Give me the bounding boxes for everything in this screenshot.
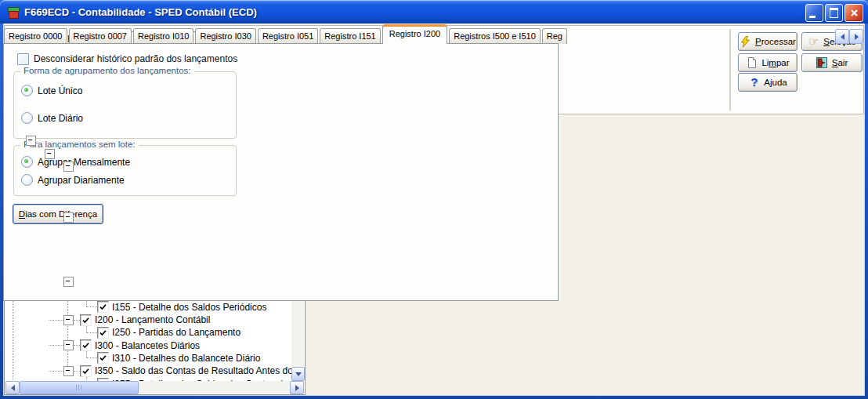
- client-area: Filial(+): 1 ... Agrup. Filiais(+): 0 ..…: [3, 24, 865, 396]
- button-label: Limpar: [761, 58, 789, 67]
- tree-connector-line: [86, 326, 87, 332]
- radio-option-agrupar-diariamente[interactable]: Agrupar Diariamente: [21, 174, 125, 186]
- tab-registro-i030[interactable]: Registro I030: [195, 28, 255, 44]
- minimize-button[interactable]: [805, 4, 823, 22]
- tab-strip: Registro 0000Registro 0007Registro I010R…: [4, 24, 835, 44]
- tree-line: [86, 307, 97, 307]
- tree-line: [74, 371, 80, 372]
- app-icon: [7, 5, 20, 18]
- tree-row[interactable]: I155 - Detalhe dos Saldos Periódicos: [5, 300, 291, 314]
- maximize-icon: [830, 8, 838, 18]
- button-label: Ajuda: [764, 78, 787, 87]
- radio-label: Lote Único: [38, 85, 82, 96]
- tree-line: [74, 345, 80, 346]
- radio-button[interactable]: [21, 174, 33, 186]
- radio-label: Lote Diário: [38, 113, 83, 124]
- application-window: { "window": { "title": "F669ECD - Contab…: [0, 0, 868, 399]
- tab-registros-i500-e-i510[interactable]: Registros I500 e I510: [449, 28, 541, 44]
- scroll-down-button[interactable]: [291, 367, 305, 381]
- tree-item-label[interactable]: I300 - Balancetes Diários: [95, 340, 200, 351]
- tree-collapse-icon[interactable]: [63, 340, 74, 350]
- tree-checkbox[interactable]: [97, 352, 109, 364]
- tree-item-label[interactable]: I350 - Saldo das Contas de Resultado Ant…: [95, 365, 291, 376]
- desconsiderar-historico-label: Desconsiderar histórico padrão dos lança…: [34, 53, 237, 64]
- tree-item-label[interactable]: I310 - Detalhes do Balancete Diário: [112, 353, 260, 364]
- tree-checkbox[interactable]: [97, 301, 109, 313]
- titlebar[interactable]: F669ECD - Contabilidade - SPED Contábil …: [0, 0, 868, 24]
- sem-lote-title: Para lançamentos sem lote:: [20, 140, 139, 149]
- tree-horizontal-scrollbar[interactable]: [5, 381, 304, 394]
- close-icon: [850, 9, 859, 17]
- radio-button[interactable]: [21, 112, 33, 124]
- tab-registro-i151[interactable]: Registro I151: [320, 28, 380, 44]
- scroll-right-button[interactable]: [290, 381, 304, 394]
- arrow-right-icon: [295, 385, 299, 391]
- tree-line: [86, 357, 97, 358]
- forma-agrupamento-title: Forma de agrupamento dos lançamentos:: [20, 66, 194, 75]
- thumb-grip: [76, 385, 82, 390]
- tree-line: [86, 332, 97, 333]
- tree-checkbox[interactable]: [80, 365, 92, 377]
- tree-row[interactable]: I310 - Detalhes do Balancete Diário: [5, 351, 291, 365]
- registro-tabs-panel: Registro 0000Registro 0007Registro I010R…: [3, 24, 559, 301]
- tab-registro-i200[interactable]: Registro I200: [382, 24, 447, 44]
- limpar-button[interactable]: Limpar: [738, 53, 797, 72]
- radio-option-agrupar-mensalmente[interactable]: Agrupar Mensalmente: [21, 156, 130, 168]
- minimize-icon: [809, 16, 816, 18]
- dias-com-diferenca-button[interactable]: Dias com Diferença: [13, 204, 103, 224]
- ajuda-button[interactable]: ?Ajuda: [738, 73, 797, 92]
- tree-item-label[interactable]: I250 - Partidas do Lançamento: [112, 327, 241, 338]
- tree-collapse-icon[interactable]: [63, 161, 74, 172]
- radio-option-lote-unico[interactable]: Lote Único: [21, 85, 82, 96]
- window-title: F669ECD - Contabilidade - SPED Contábil …: [24, 6, 257, 18]
- arrow-right-icon: [855, 34, 859, 40]
- radio-button[interactable]: [21, 85, 33, 96]
- tree-collapse-icon[interactable]: [63, 212, 74, 223]
- tree-row[interactable]: I300 - Balancetes Diários: [5, 339, 291, 352]
- tab-registro-i010[interactable]: Registro I010: [133, 28, 193, 44]
- tree-line: [74, 320, 80, 321]
- tree-checkbox[interactable]: [80, 339, 92, 351]
- tab-registro-i051[interactable]: Registro I051: [258, 28, 318, 44]
- tab-reg[interactable]: Reg: [542, 28, 567, 44]
- tree-item-label[interactable]: I155 - Detalhe dos Saldos Periódicos: [112, 302, 266, 313]
- tree-collapse-icon[interactable]: [63, 366, 74, 376]
- tabs-scroll-left-button[interactable]: [835, 29, 849, 44]
- tree-collapse-icon[interactable]: [26, 136, 36, 146]
- help-icon: ?: [748, 77, 760, 89]
- radio-label: Agrupar Diariamente: [38, 175, 125, 186]
- arrow-left-icon: [11, 385, 15, 391]
- sair-button[interactable]: Sair: [801, 53, 863, 72]
- clear-page-icon: [746, 57, 758, 69]
- desconsiderar-historico-checkbox[interactable]: [17, 53, 29, 65]
- tree-row[interactable]: I250 - Partidas do Lançamento: [5, 326, 291, 339]
- tab-registro-0007[interactable]: Registro 0007: [69, 28, 132, 44]
- forma-agrupamento-group: Forma de agrupamento dos lançamentos: Lo…: [13, 71, 237, 139]
- tab-registro-0000[interactable]: Registro 0000: [4, 28, 67, 44]
- close-button[interactable]: [844, 4, 863, 22]
- tree-row[interactable]: I200 - Lançamento Contábil: [5, 314, 291, 327]
- horizontal-scroll-thumb[interactable]: [20, 381, 139, 394]
- button-label: Dias com Diferença: [19, 209, 97, 219]
- tree-collapse-icon[interactable]: [45, 149, 55, 159]
- button-label: Sair: [832, 58, 848, 67]
- tab-content: Desconsiderar histórico padrão dos lança…: [3, 43, 559, 301]
- arrow-down-icon: [295, 372, 302, 376]
- exit-door-icon: [816, 57, 828, 69]
- radio-button[interactable]: [21, 156, 33, 168]
- tree-row[interactable]: I350 - Saldo das Contas de Resultado Ant…: [5, 365, 291, 378]
- arrow-left-icon: [841, 34, 844, 40]
- maximize-button[interactable]: [825, 4, 843, 22]
- tree-collapse-icon[interactable]: [63, 315, 74, 325]
- tabs-scroll-right-button[interactable]: [849, 29, 863, 44]
- tree-collapse-icon[interactable]: [63, 277, 74, 287]
- scroll-left-button[interactable]: [5, 381, 20, 394]
- tree-checkbox[interactable]: [97, 327, 109, 339]
- tree-item-label[interactable]: I200 - Lançamento Contábil: [95, 314, 210, 325]
- tree-connector-line: [86, 351, 87, 357]
- radio-option-lote-diario[interactable]: Lote Diário: [21, 112, 83, 124]
- tree-checkbox[interactable]: [80, 314, 92, 326]
